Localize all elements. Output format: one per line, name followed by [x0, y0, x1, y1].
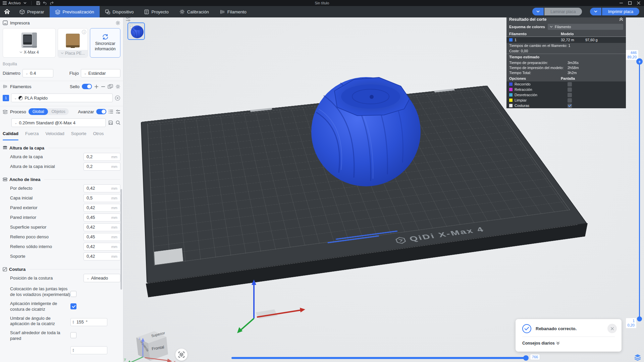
scarf-checkbox[interactable]	[70, 332, 76, 338]
setting-label: Pared exterior	[3, 205, 84, 210]
maximize-button[interactable]	[628, 1, 632, 5]
tune-icon[interactable]	[116, 110, 120, 114]
laminar-dropdown-button[interactable]	[532, 8, 544, 15]
setting-input[interactable]: 0,2mm	[84, 163, 120, 171]
staggered-checkbox[interactable]	[70, 291, 76, 297]
plate-card[interactable]: i Placa PE...	[58, 28, 88, 58]
tab-dispositivo[interactable]: Dispositivo	[100, 6, 139, 17]
laminar-placa-button[interactable]: Laminar placa	[544, 8, 582, 15]
scheme-label: Esquema de colores	[509, 25, 545, 29]
setting-input[interactable]: 0,5mm	[84, 194, 120, 202]
filament-select[interactable]: ⌄ PLA Rapido	[11, 94, 113, 102]
tab-calibracion[interactable]: Calibración	[174, 6, 214, 17]
gcode-progress-slider[interactable]	[231, 357, 526, 359]
list-icon[interactable]	[109, 110, 113, 114]
option-retract-checkbox[interactable]	[568, 87, 572, 92]
printer-settings-gear-icon[interactable]	[115, 20, 120, 25]
smart-seam-checkbox[interactable]	[70, 303, 76, 309]
spinner-arrows-icon[interactable]: ▲▼	[72, 320, 74, 324]
flow-select[interactable]: ⌄Estándar	[81, 69, 120, 77]
option-wipe-checkbox[interactable]	[568, 98, 572, 103]
sync-info-button[interactable]: Sincronizar información	[90, 28, 120, 58]
imprimir-dropdown-button[interactable]	[590, 8, 601, 15]
tab-previsualizacion[interactable]: Previsualización	[50, 6, 100, 17]
home-button[interactable]	[0, 6, 14, 17]
setting-input[interactable]: 0,42mm	[84, 184, 120, 192]
close-button[interactable]	[637, 1, 641, 5]
result-title: Resultado del corte	[509, 17, 546, 22]
svg-text:z: z	[139, 337, 141, 340]
layer-slider-track[interactable]	[639, 64, 640, 318]
option-unretract-checkbox[interactable]	[568, 93, 572, 97]
filament-settings-gear-icon[interactable]	[115, 84, 120, 89]
option-travel-checkbox[interactable]	[568, 82, 572, 86]
option-color-swatch	[509, 93, 513, 97]
tab-fuerza[interactable]: Fuerza	[25, 131, 39, 140]
toast-close-button[interactable]	[607, 324, 617, 333]
daily-tips-link[interactable]: Consejos diarios	[516, 337, 622, 346]
search-icon[interactable]	[116, 120, 120, 125]
setting-input[interactable]: 0,2mm	[84, 153, 120, 161]
tab-soporte[interactable]: Soporte	[71, 131, 87, 140]
project-doc-icon	[144, 9, 149, 14]
save-icon[interactable]	[36, 1, 40, 5]
tab-otros[interactable]: Otros	[93, 131, 104, 140]
preview-layers-icon	[55, 9, 60, 14]
remove-filament-icon[interactable]	[101, 84, 105, 89]
model-vase[interactable]	[304, 62, 427, 189]
sync-icon	[102, 34, 109, 40]
setting-input[interactable]: 0,45mm	[84, 214, 120, 222]
layer-slider-add-button[interactable]: +	[636, 58, 643, 65]
tab-preparar[interactable]: Preparar	[14, 6, 50, 17]
filament-edit-icon[interactable]	[115, 95, 120, 101]
scarf-angle-spinner[interactable]: ▲▼ 155 °	[70, 318, 107, 326]
setting-input[interactable]: 0,45mm	[84, 233, 120, 241]
setting-input[interactable]: 0,42mm	[84, 223, 120, 231]
section-seam: Costura	[3, 265, 120, 273]
file-menu[interactable]: Archivo	[3, 1, 21, 5]
setting-label: Relleno sólido interno	[3, 244, 84, 249]
layer-slider-bottom-handle[interactable]	[637, 316, 642, 321]
plate-settings-icon[interactable]	[125, 17, 131, 21]
color-palette-icon[interactable]	[108, 84, 113, 89]
layers-icon[interactable]	[634, 354, 641, 361]
redo-icon[interactable]	[50, 1, 54, 5]
sidebar-scrollbar[interactable]	[120, 189, 122, 290]
seal-toggle[interactable]	[82, 84, 92, 89]
purge-line	[335, 231, 398, 240]
undo-icon[interactable]	[43, 1, 47, 5]
scope-global[interactable]: Global	[29, 108, 48, 115]
seam-position-select[interactable]: ⌄Alineado	[84, 274, 120, 282]
advance-toggle[interactable]	[96, 109, 106, 114]
collapse-panel-icon[interactable]	[619, 17, 623, 21]
imprimir-placa-button[interactable]: Imprimir placa	[602, 8, 639, 15]
tab-proyecto[interactable]: Proyecto	[139, 6, 174, 17]
fit-view-button[interactable]	[175, 349, 187, 361]
slider-handle[interactable]	[523, 355, 529, 361]
chevron-down-icon[interactable]	[23, 2, 26, 4]
minimize-button[interactable]	[619, 1, 623, 5]
printer-card[interactable]: X-Max 4	[3, 28, 56, 58]
chevron-down-icon	[19, 51, 22, 53]
partial-input[interactable]: ▲▼	[70, 346, 107, 354]
add-filament-icon[interactable]	[94, 84, 99, 89]
tab-velocidad[interactable]: Velocidad	[45, 131, 64, 140]
scope-objects[interactable]: Objetos	[48, 108, 68, 115]
setting-input[interactable]: 0,42mm	[84, 243, 120, 251]
tab-filamento[interactable]: Filamento	[214, 6, 252, 17]
plate-thumbnail[interactable]: 1	[127, 22, 145, 40]
process-preset-select[interactable]: ⌄0.20mm Standard @X-Max 4	[11, 118, 106, 127]
diameter-label: Diámetro	[3, 71, 20, 76]
scheme-select[interactable]: Filamento	[548, 24, 623, 30]
setting-input[interactable]: 0,42mm	[84, 252, 120, 260]
save-preset-icon[interactable]	[108, 120, 113, 125]
setting-row: Posición de la costura ⌄Alineado	[3, 273, 120, 283]
info-icon[interactable]: i	[82, 30, 86, 34]
tab-label: Preparar	[27, 9, 44, 14]
option-seams-checkbox[interactable]	[568, 104, 572, 108]
filament-slot-badge[interactable]: 1	[3, 95, 9, 101]
diameter-select[interactable]: ⌄0.4	[22, 69, 53, 77]
filament-color-icon	[18, 96, 23, 100]
setting-input[interactable]: 0,42mm	[84, 204, 120, 212]
tab-calidad[interactable]: Calidad	[3, 131, 18, 140]
